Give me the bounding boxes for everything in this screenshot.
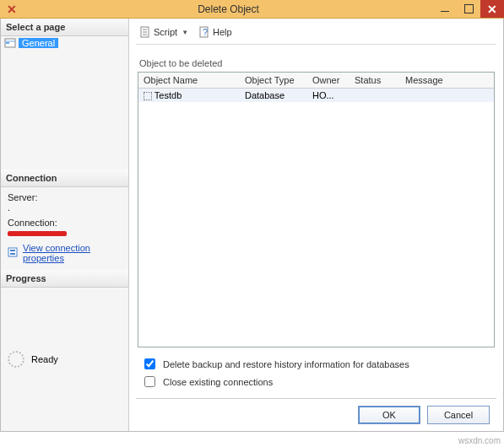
footer: OK Cancel: [136, 398, 496, 431]
minimize-button[interactable]: [433, 0, 457, 18]
select-page-header: Select a page: [1, 19, 128, 36]
window-controls: ✕: [433, 0, 504, 18]
close-button[interactable]: ✕: [480, 0, 504, 18]
cell-object-type: Database: [240, 89, 307, 103]
server-label: Server:: [8, 192, 122, 202]
cell-message: [400, 89, 494, 103]
script-button[interactable]: Script ▼: [136, 25, 192, 39]
page-list: General: [1, 36, 128, 170]
svg-rect-4: [10, 250, 15, 251]
connection-label: Connection:: [8, 218, 122, 228]
progress-header: Progress: [1, 270, 128, 288]
page-icon: [4, 38, 16, 48]
help-label: Help: [213, 27, 232, 37]
close-icon[interactable]: ✕: [0, 0, 24, 18]
svg-text:?: ?: [203, 27, 208, 37]
cell-object-name: Testdb: [154, 90, 182, 100]
opt-delete-history[interactable]: Delete backup and restore history inform…: [141, 356, 491, 372]
script-icon: [139, 26, 151, 38]
opt-delete-history-checkbox[interactable]: [144, 358, 155, 369]
section-label: Object to be deleted: [139, 58, 493, 68]
col-owner[interactable]: Owner: [307, 73, 350, 89]
toolbar: Script ▼ ? Help: [136, 24, 496, 45]
watermark: wsxdn.com: [458, 436, 501, 445]
server-value: .: [8, 202, 122, 213]
row-selector-icon: [144, 92, 152, 100]
page-item-label: General: [19, 38, 58, 48]
grid-header-row: Object Name Object Type Owner Status Mes…: [138, 73, 494, 89]
connection-panel: Server: . Connection: View connection pr…: [1, 187, 128, 270]
cell-status: [350, 89, 400, 103]
opt-close-existing[interactable]: Close existing connections: [141, 374, 491, 390]
script-label: Script: [154, 27, 177, 37]
view-connection-properties[interactable]: View connection properties: [8, 243, 122, 263]
object-grid[interactable]: Object Name Object Type Owner Status Mes…: [138, 72, 495, 347]
table-row[interactable]: Testdb Database HO...: [138, 89, 494, 103]
options-panel: Delete backup and restore history inform…: [136, 347, 496, 398]
chevron-down-icon: ▼: [182, 29, 188, 36]
svg-rect-3: [8, 248, 17, 256]
window-title: Delete Object: [24, 3, 433, 15]
cell-owner: HO...: [307, 89, 350, 103]
col-message[interactable]: Message: [400, 73, 494, 89]
ok-button[interactable]: OK: [358, 406, 420, 424]
svg-rect-5: [10, 253, 15, 255]
opt-delete-history-label: Delete backup and restore history inform…: [163, 359, 409, 369]
page-item-general[interactable]: General: [4, 38, 58, 48]
col-status[interactable]: Status: [350, 73, 400, 89]
connection-header: Connection: [1, 170, 128, 187]
maximize-button[interactable]: [457, 0, 480, 18]
col-object-name[interactable]: Object Name: [138, 73, 240, 89]
sidebar: Select a page General Connection Server:…: [1, 19, 129, 431]
dialog-body: Select a page General Connection Server:…: [0, 19, 504, 432]
progress-spinner-icon: [8, 351, 24, 368]
titlebar: ✕ Delete Object ✕: [0, 0, 504, 19]
svg-rect-2: [6, 42, 9, 44]
help-icon: ?: [198, 26, 210, 38]
properties-icon: [8, 246, 19, 260]
col-object-type[interactable]: Object Type: [240, 73, 307, 89]
cancel-button[interactable]: Cancel: [427, 406, 490, 424]
progress-status: Ready: [31, 354, 58, 364]
progress-panel: Ready: [1, 288, 128, 431]
main-panel: Script ▼ ? Help Object to be deleted Obj…: [129, 19, 503, 431]
view-connection-properties-link[interactable]: View connection properties: [23, 243, 122, 263]
opt-close-existing-label: Close existing connections: [163, 377, 273, 387]
opt-close-existing-checkbox[interactable]: [144, 376, 155, 387]
help-button[interactable]: ? Help: [195, 25, 236, 39]
connection-value-redacted: [8, 231, 67, 236]
